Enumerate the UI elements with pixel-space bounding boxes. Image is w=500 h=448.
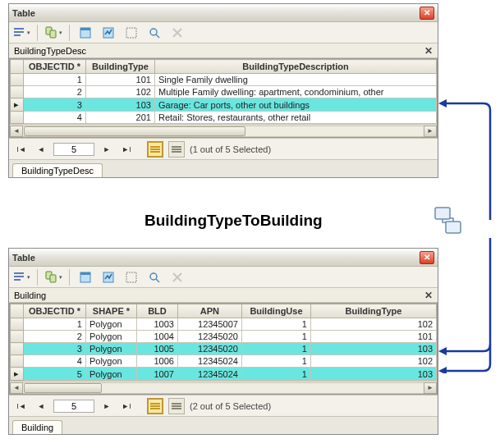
row-header[interactable]: ▸ [11,98,24,112]
cell[interactable]: 101 [310,331,436,343]
cell[interactable]: 1003 [136,318,177,331]
related-tables-icon[interactable]: ▾ [44,24,62,42]
cell[interactable]: 5 [24,368,86,381]
first-record-icon[interactable]: I◄ [14,399,29,414]
title-bar[interactable]: Table ✕ [9,249,438,267]
scroll-left-icon[interactable]: ◄ [10,382,23,394]
col-objectid[interactable]: OBJECTID * [24,60,86,74]
select-by-attr-icon[interactable] [76,268,94,286]
switch-selection-icon[interactable] [99,268,117,286]
cell[interactable]: 3 [24,343,86,355]
cell[interactable]: 12345020 [177,343,241,355]
cell[interactable]: 102 [310,318,436,331]
last-record-icon[interactable]: ►I [119,399,134,414]
cell[interactable]: Multiple Family dwelling: apartment, con… [154,86,436,98]
table-tab[interactable]: Building [12,420,62,434]
cell[interactable]: Polygon [85,355,136,368]
table-row[interactable]: 4Polygon1006123450241102 [11,355,437,368]
row-header[interactable] [11,86,24,98]
subtitle-close-icon[interactable]: ✕ [424,45,433,57]
scroll-right-icon[interactable]: ► [424,126,437,137]
last-record-icon[interactable]: ►I [119,142,134,157]
cell[interactable]: 1 [241,331,310,343]
table-row[interactable]: 2102Multiple Family dwelling: apartment,… [11,86,437,98]
first-record-icon[interactable]: I◄ [14,142,29,157]
cell[interactable]: 4 [24,112,86,124]
close-icon[interactable]: ✕ [420,7,434,20]
clear-selection-icon[interactable] [122,24,140,42]
data-grid[interactable]: OBJECTID * BuildingType BuildingTypeDesc… [10,59,437,124]
zoom-selection-icon[interactable] [145,24,163,42]
record-number-input[interactable]: 5 [53,143,94,156]
cell[interactable]: Garage: Car ports, other out buildings [154,98,436,112]
cell[interactable]: Polygon [85,343,136,355]
cell[interactable]: 1 [24,318,86,331]
row-header[interactable] [11,112,24,124]
scroll-left-icon[interactable]: ◄ [10,126,23,137]
cell[interactable]: 1 [241,368,310,381]
cell[interactable]: 103 [310,368,436,381]
zoom-selection-icon[interactable] [145,268,163,286]
table-tab[interactable]: BuildingTypeDesc [12,163,103,177]
col-objectid[interactable]: OBJECTID * [24,304,86,318]
cell[interactable]: Polygon [85,331,136,343]
cell[interactable]: 103 [85,98,154,112]
select-by-attr-icon[interactable] [76,24,94,42]
row-header[interactable] [11,343,24,355]
cell[interactable]: 201 [85,112,154,124]
cell[interactable]: 1007 [136,368,177,381]
table-row[interactable]: 1101Single Family dwelling [11,74,437,86]
row-header[interactable] [11,74,24,86]
h-scrollbar[interactable]: ◄ ► [10,124,437,137]
cell[interactable]: 102 [310,355,436,368]
row-header[interactable] [11,355,24,368]
record-number-input[interactable]: 5 [53,400,94,413]
show-all-toggle[interactable] [147,141,163,158]
scroll-right-icon[interactable]: ► [424,382,437,394]
related-tables-icon[interactable]: ▾ [44,268,62,286]
cell[interactable]: 1 [241,355,310,368]
cell[interactable]: 1006 [136,355,177,368]
col-bld[interactable]: BLD [136,304,177,318]
cell[interactable]: 12345024 [177,355,241,368]
delete-icon[interactable] [168,268,186,286]
subtitle-close-icon[interactable]: ✕ [424,290,433,301]
cell[interactable]: 4 [24,355,86,368]
table-row[interactable]: 3Polygon1005123450201103 [11,343,437,355]
col-description[interactable]: BuildingTypeDescription [154,60,436,74]
cell[interactable]: 102 [85,86,154,98]
cell[interactable]: Retail: Stores, restaurants, other retai… [154,112,436,124]
switch-selection-icon[interactable] [99,24,117,42]
table-row[interactable]: 4201Retail: Stores, restaurants, other r… [11,112,437,124]
next-record-icon[interactable]: ► [99,142,114,157]
next-record-icon[interactable]: ► [99,399,114,414]
cell[interactable]: 1 [241,343,310,355]
h-scrollbar[interactable]: ◄ ► [10,381,437,394]
prev-record-icon[interactable]: ◄ [34,399,48,414]
cell[interactable]: 1005 [136,343,177,355]
col-buildingtype[interactable]: BuildingType [310,304,436,318]
cell[interactable]: 12345020 [177,331,241,343]
cell[interactable]: 101 [85,74,154,86]
row-header[interactable]: ▸ [11,368,24,381]
cell[interactable]: 12345007 [177,318,241,331]
col-buildinguse[interactable]: BuildingUse [241,304,310,318]
cell[interactable]: Polygon [85,318,136,331]
show-all-toggle[interactable] [147,398,163,414]
cell[interactable]: 12345024 [177,368,241,381]
cell[interactable]: 1 [241,318,310,331]
title-bar[interactable]: Table ✕ [9,4,438,22]
prev-record-icon[interactable]: ◄ [34,142,48,157]
table-row[interactable]: ▸3103Garage: Car ports, other out buildi… [11,98,437,112]
close-icon[interactable]: ✕ [420,251,434,264]
delete-icon[interactable] [168,24,186,42]
col-buildingtype[interactable]: BuildingType [85,60,154,74]
cell[interactable]: 103 [310,343,436,355]
cell[interactable]: Single Family dwelling [154,74,436,86]
table-row[interactable]: ▸5Polygon1007123450241103 [11,368,437,381]
show-selected-toggle[interactable] [168,398,185,414]
clear-selection-icon[interactable] [122,268,140,286]
options-menu-icon[interactable]: ▾ [12,268,30,286]
cell[interactable]: 2 [24,86,86,98]
col-shape[interactable]: SHAPE * [85,304,136,318]
